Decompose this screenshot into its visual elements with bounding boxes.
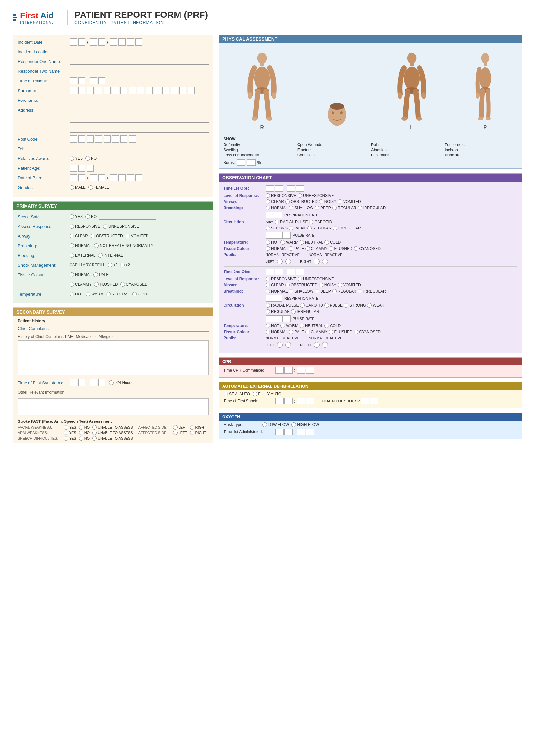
obs-temp-1-warm-radio[interactable]	[280, 240, 285, 245]
aed-sm1[interactable]	[296, 398, 305, 404]
facial-no[interactable]: NO	[79, 425, 90, 430]
obs-b1-irregular[interactable]: IRREGULAR	[358, 205, 386, 210]
obs-t2-clammy[interactable]: CLAMMY	[305, 330, 327, 334]
obs-temp-1-hot[interactable]: HOT	[266, 240, 279, 245]
facial-no-radio[interactable]	[79, 425, 83, 430]
ps-shock-gt2[interactable]: >2	[120, 263, 130, 267]
obs-circ-2-irregular[interactable]: IRREGULAR	[291, 309, 319, 314]
aed-semi-auto-radio[interactable]	[223, 392, 228, 396]
sn6[interactable]	[112, 87, 119, 94]
hours-24-item[interactable]: >24 Hours	[109, 380, 133, 385]
date-d1[interactable]	[70, 39, 77, 45]
pc6[interactable]	[112, 135, 119, 143]
obs-circ-2-regular-radio[interactable]	[266, 309, 270, 314]
obs-b2-deep[interactable]: DEEP	[315, 289, 331, 293]
obs-circ-2-weak-radio[interactable]	[367, 303, 372, 308]
cpr-m1[interactable]	[296, 367, 305, 374]
obs-b1-normal-radio[interactable]	[266, 205, 270, 210]
assess-unresponsive[interactable]: UNRESPONSIVE	[103, 224, 139, 229]
oxygen-low-flow-radio[interactable]	[262, 422, 267, 427]
speech-unable[interactable]: UNABLE TO ASSESS	[92, 436, 133, 441]
obs-temp-2-cold[interactable]: COLD	[324, 324, 341, 328]
arm-unable[interactable]: UNABLE TO ASSESS	[92, 431, 133, 435]
sn10[interactable]	[146, 87, 153, 94]
time-m1[interactable]	[90, 77, 97, 84]
obs-t2-normal-radio[interactable]	[266, 330, 270, 334]
obs-b2-irregular[interactable]: IRREGULAR	[358, 289, 386, 293]
ps-shock-gt2-radio[interactable]	[120, 263, 125, 267]
sn12[interactable]	[162, 87, 169, 94]
pupils-1-left-radio[interactable]	[277, 258, 283, 264]
ps-airway-vomited[interactable]: VOMITED	[126, 234, 149, 238]
date-y1[interactable]	[110, 39, 117, 45]
hours-24-radio[interactable]	[109, 380, 114, 385]
pc3[interactable]	[87, 135, 94, 143]
obs-airway-1-vomited[interactable]: VOMITED	[338, 200, 361, 204]
pc7[interactable]	[120, 135, 127, 143]
facial-yes-radio[interactable]	[64, 425, 68, 430]
obs-airway-2-obstructed[interactable]: OBSTRUCTED	[285, 283, 318, 287]
ps-tissue-clammy-radio[interactable]	[70, 282, 74, 287]
scene-safe-no[interactable]: NO	[85, 214, 97, 219]
ps-airway-clear[interactable]: CLEAR	[70, 234, 88, 238]
obs-b1-deep-radio[interactable]	[315, 205, 319, 210]
oxygen-high-flow[interactable]: HIGH FLOW	[292, 422, 319, 427]
pc5[interactable]	[103, 135, 111, 143]
sn5[interactable]	[103, 87, 111, 94]
obs-t1m1[interactable]	[287, 185, 295, 192]
pc4[interactable]	[95, 135, 102, 143]
obs-temp-1-hot-radio[interactable]	[266, 240, 270, 245]
ps-tissue-pale[interactable]: PALE	[94, 273, 109, 277]
relatives-no-radio[interactable]	[85, 156, 90, 161]
ps-breathing-normal-radio[interactable]	[70, 243, 74, 248]
assess-responsive[interactable]: RESPONSIVE	[70, 224, 100, 229]
obs-t2-pale[interactable]: PALE	[289, 330, 304, 334]
obs-b1-normal[interactable]: NORMAL	[266, 205, 288, 210]
obs-pr1-3[interactable]	[282, 232, 291, 238]
ps-bleeding-external[interactable]: EXTERNAL	[70, 253, 96, 257]
lor2-responsive-radio[interactable]	[266, 277, 270, 281]
affected-2-right-radio[interactable]	[190, 431, 194, 435]
pc1[interactable]	[70, 135, 77, 143]
lor1-responsive[interactable]: RESPONSIVE	[266, 193, 296, 198]
assess-responsive-radio[interactable]	[70, 224, 74, 229]
dob-d1[interactable]	[70, 174, 77, 181]
obs-t2m2[interactable]	[296, 269, 304, 275]
obs-t2-cyanosed-radio[interactable]	[354, 330, 358, 334]
obs-b1-irregular-radio[interactable]	[358, 205, 362, 210]
ps-tissue-clammy[interactable]: CLAMMY	[70, 282, 92, 287]
ps-temp-hot-radio[interactable]	[70, 292, 74, 296]
obs-airway-2-obstructed-radio[interactable]	[285, 283, 290, 287]
ps-shock-lt2-radio[interactable]	[108, 263, 112, 267]
aed-ts1[interactable]	[361, 398, 369, 404]
lor2-unresponsive[interactable]: UNRESPONSIVE	[297, 277, 334, 281]
sn2[interactable]	[78, 87, 85, 94]
sn14[interactable]	[179, 87, 186, 94]
obs-circ-2-irregular-radio[interactable]	[291, 309, 296, 314]
dob-y3[interactable]	[127, 174, 134, 181]
lor2-unresponsive-radio[interactable]	[297, 277, 302, 281]
obs-t1-flushed-radio[interactable]	[329, 246, 333, 251]
obs-b2-shallow[interactable]: SHALLOW	[289, 289, 313, 293]
affected-1-left[interactable]: LEFT	[173, 425, 187, 430]
pc8[interactable]	[129, 135, 136, 143]
obs-t2-clammy-radio[interactable]	[305, 330, 310, 334]
obs-temp-2-neutral[interactable]: NEUTRAL	[299, 324, 323, 328]
obs-circ-2-regular[interactable]: REGULAR	[266, 309, 290, 314]
obs-airway-2-noisy[interactable]: NOISY	[319, 283, 336, 287]
arm-no[interactable]: NO	[79, 431, 90, 435]
scene-safe-input[interactable]	[99, 213, 156, 220]
lor1-responsive-radio[interactable]	[266, 193, 270, 198]
obs-b2-irregular-radio[interactable]	[358, 289, 362, 293]
obs-t1-cyanosed-radio[interactable]	[354, 246, 358, 251]
obs-temp-1-cold-radio[interactable]	[324, 240, 329, 245]
date-m1[interactable]	[90, 39, 97, 45]
ps-bleeding-internal[interactable]: INTERNAL	[98, 253, 123, 257]
pupils-2-left-radio[interactable]	[277, 342, 283, 348]
speech-no-radio[interactable]	[79, 436, 83, 441]
pupils-1-right-reactive[interactable]	[322, 258, 328, 264]
arm-no-radio[interactable]	[79, 431, 83, 435]
date-y2[interactable]	[118, 39, 126, 45]
pupils-2-right-reactive[interactable]	[322, 342, 328, 348]
affected-1-right-radio[interactable]	[190, 425, 194, 430]
